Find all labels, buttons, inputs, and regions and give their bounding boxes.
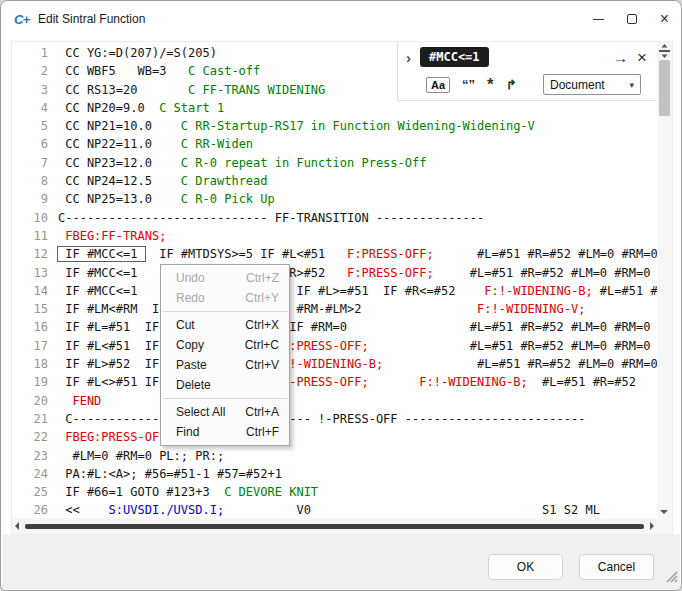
search-direction-icon[interactable]: ↱ bbox=[506, 77, 517, 92]
code-segment: F:!-WIDENING-V; bbox=[477, 302, 585, 316]
cancel-button[interactable]: Cancel bbox=[579, 554, 654, 580]
code-segment: IF #66=1 GOTO #123+3 bbox=[58, 485, 224, 499]
line-number: 10 bbox=[12, 209, 48, 227]
line-number: 4 bbox=[12, 99, 48, 117]
code-segment: FEND bbox=[58, 394, 101, 408]
line-number: 8 bbox=[12, 172, 48, 190]
wildcard-icon[interactable]: * bbox=[487, 80, 494, 90]
line-number: 19 bbox=[12, 373, 48, 391]
code-segment: S:UVSDI./UVSD.I; bbox=[109, 503, 225, 517]
menu-item-cut[interactable]: CutCtrl+X bbox=[161, 315, 289, 335]
code-line: IF #MCC<=1 IF #MTDSYS>=5 IF #L>=#51 IF #… bbox=[58, 282, 657, 300]
ok-button[interactable]: OK bbox=[488, 554, 563, 580]
menu-item-shortcut: Ctrl+V bbox=[245, 358, 279, 372]
code-line: IF #MCC<=1 IF #MTDSYS>=5 IF #L<#51 F:PRE… bbox=[58, 245, 657, 263]
close-icon: × bbox=[660, 11, 669, 27]
code-segment: #L=#51 #R=#52 #LM=0 #RM=0 bbox=[434, 266, 651, 280]
horizontal-scrollbar-thumb[interactable] bbox=[25, 524, 644, 529]
menu-item-find[interactable]: FindCtrl+F bbox=[161, 422, 289, 442]
menu-item-copy[interactable]: CopyCtrl+C bbox=[161, 335, 289, 355]
line-number: 11 bbox=[12, 227, 48, 245]
line-number: 12 bbox=[12, 245, 48, 263]
line-number: 24 bbox=[12, 465, 48, 483]
code-area[interactable]: CC YG:=D(207)/=S(205) CC WBF5 WB=3 C Cas… bbox=[52, 42, 657, 518]
code-line: CC NP21=10.0 C RR-Startup-RS17 in Functi… bbox=[58, 117, 657, 135]
chevron-expand-icon[interactable]: › bbox=[406, 50, 411, 65]
window-controls: × bbox=[582, 1, 681, 37]
code-segment: CC NP20=9.0 bbox=[58, 101, 159, 115]
code-line: CC NP20=9.0 C Start 1 bbox=[58, 99, 657, 117]
menu-item-paste[interactable]: PasteCtrl+V bbox=[161, 355, 289, 375]
search-query-input[interactable]: #MCC<=1 bbox=[420, 47, 489, 67]
find-panel-options-row: Aa “” * ↱ Document ▾ bbox=[398, 72, 657, 97]
minimize-button[interactable] bbox=[582, 1, 615, 37]
line-number: 25 bbox=[12, 483, 48, 501]
code-segment: F:PRESS-OFF; bbox=[347, 266, 434, 280]
menu-item-label: Copy bbox=[176, 338, 204, 352]
scroll-left-arrow-icon[interactable] bbox=[15, 522, 19, 530]
code-line: CC NP25=13.0 C R-0 Pick Up bbox=[58, 190, 657, 208]
code-segment: C RR-Widen bbox=[181, 137, 253, 151]
code-line: CC NP24=12.5 C Drawthread bbox=[58, 172, 657, 190]
code-segment bbox=[369, 375, 420, 389]
find-close-icon[interactable]: × bbox=[637, 49, 647, 66]
menu-item-redo[interactable]: RedoCtrl+Y bbox=[161, 288, 289, 308]
code-viewport[interactable]: 1234567891011121314151617181920212223242… bbox=[12, 42, 657, 518]
search-match-highlight: IF #MCC<=1 bbox=[58, 247, 145, 261]
line-number: 26 bbox=[12, 501, 48, 518]
split-view-handle[interactable] bbox=[659, 44, 670, 58]
titlebar[interactable]: C+ Edit Sintral Function × bbox=[1, 1, 681, 37]
menu-item-label: Redo bbox=[176, 291, 205, 305]
line-number: 17 bbox=[12, 337, 48, 355]
line-number: 7 bbox=[12, 154, 48, 172]
code-line: CC NP23=12.0 C R-0 repeat in Function Pr… bbox=[58, 154, 657, 172]
search-scope-dropdown[interactable]: Document ▾ bbox=[543, 74, 641, 95]
code-segment: C DEVORE KNIT bbox=[224, 485, 318, 499]
code-line: FEND bbox=[58, 392, 657, 410]
line-number: 23 bbox=[12, 447, 48, 465]
code-segment: #L=#51 #R=#52 #LM=0 #RM=0 bbox=[369, 339, 651, 353]
scroll-down-arrow-icon[interactable] bbox=[660, 510, 668, 514]
vertical-scrollbar[interactable] bbox=[657, 42, 672, 518]
line-number: 13 bbox=[12, 264, 48, 282]
scroll-right-arrow-icon[interactable] bbox=[650, 522, 654, 530]
code-segment: #L=#51 #R=#52 bbox=[593, 284, 657, 298]
code-segment: CC WBF5 WB=3 bbox=[58, 64, 188, 78]
line-number: 21 bbox=[12, 410, 48, 428]
line-number: 1 bbox=[12, 44, 48, 62]
code-line: IF #MCC<=1 IF #MTDSYS>=5 IF #R>#52 F:PRE… bbox=[58, 264, 657, 282]
match-case-button[interactable]: Aa bbox=[426, 77, 450, 93]
code-segment: C R-0 repeat in Function Press-Off bbox=[181, 156, 427, 170]
horizontal-scrollbar[interactable] bbox=[12, 518, 657, 534]
code-line: C--------------------------------- !-PRE… bbox=[58, 410, 657, 428]
close-button[interactable]: × bbox=[648, 1, 681, 37]
search-scope-value: Document bbox=[550, 78, 605, 92]
menu-item-shortcut: Ctrl+C bbox=[245, 338, 279, 352]
line-number: 22 bbox=[12, 428, 48, 446]
code-segment: IF #L=#51 IF #R=#52 IF #LM=0 IF #RM=0 #L… bbox=[58, 320, 650, 334]
code-segment: C R-0 Pick Up bbox=[181, 192, 275, 206]
code-line: PA:#L:<A>; #56=#51-1 #57=#52+1 bbox=[58, 465, 657, 483]
menu-item-undo[interactable]: UndoCtrl+Z bbox=[161, 268, 289, 288]
resize-grip[interactable] bbox=[665, 569, 678, 587]
code-segment: FBEG:PRESS-OFF; bbox=[58, 430, 174, 444]
code-segment: F:!-WIDENING-B; bbox=[484, 284, 592, 298]
window-title: Edit Sintral Function bbox=[38, 12, 145, 26]
code-line: #LM=0 #RM=0 PL:; PR:; bbox=[58, 447, 657, 465]
menu-item-label: Delete bbox=[176, 378, 211, 392]
code-segment: C RR-Startup-RS17 in Function Widening-W… bbox=[181, 119, 535, 133]
line-number: 6 bbox=[12, 135, 48, 153]
maximize-button[interactable] bbox=[615, 1, 648, 37]
code-line: IF #L<>#51 IF #R<>#52 F:!-PRESS-OFF; F:!… bbox=[58, 373, 657, 391]
code-segment: V0 S1 S2 ML bbox=[224, 503, 600, 517]
menu-item-select-all[interactable]: Select AllCtrl+A bbox=[161, 402, 289, 422]
find-next-icon[interactable]: → bbox=[613, 49, 628, 66]
code-segment: #L=#51 #R=#52 #LM=0 #RM=0 bbox=[434, 247, 657, 261]
whole-word-icon[interactable]: “” bbox=[462, 77, 475, 92]
menu-item-delete[interactable]: Delete bbox=[161, 375, 289, 395]
code-segment: CC RS13=20 bbox=[58, 83, 188, 97]
sintral-code-editor: 1234567891011121314151617181920212223242… bbox=[11, 41, 673, 535]
vertical-scrollbar-thumb[interactable] bbox=[659, 60, 670, 116]
code-line: IF #LM<#RM IF #MTDSYS>=5 IF #RM-#LM>2 F:… bbox=[58, 300, 657, 318]
code-segment: CC NP21=10.0 bbox=[58, 119, 181, 133]
